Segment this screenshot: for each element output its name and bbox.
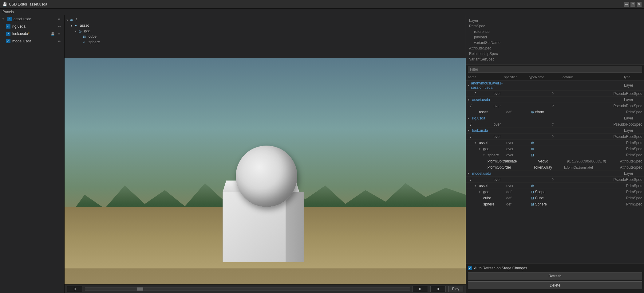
look-asset-type: PrimSpec — [626, 141, 642, 145]
model-slash-type: PseudoRootSpec — [614, 178, 642, 182]
layer-item-rig[interactable]: rig.usda ✏ — [0, 23, 64, 30]
tree-row-cube[interactable]: ⊡ cube — [66, 34, 464, 39]
ls-row-look-geo[interactable]: ▾ geo over ⊕ PrimSpec — [466, 146, 644, 152]
close-button[interactable]: ✕ — [637, 2, 642, 7]
col-header-name: name — [468, 75, 504, 79]
tree-row-root-header[interactable]: ▾ ⊕ / — [66, 17, 464, 23]
rig-slash-type: PseudoRootSpec — [614, 122, 642, 127]
layer-checkbox-rig[interactable] — [6, 24, 10, 29]
save-icon-look[interactable]: 💾 — [50, 31, 55, 36]
minimize-button[interactable]: — — [624, 2, 629, 7]
layer-item-model[interactable]: model.usda ✏ — [0, 37, 64, 45]
ls-row-xform-translate[interactable]: xformOp:translate Vec3d (0, 1.7930030580… — [466, 158, 644, 164]
timeline-bar[interactable] — [85, 287, 410, 291]
xform-translate-typename: Vec3d — [538, 159, 567, 163]
tree-row-geo[interactable]: ▾ ◎ geo — [66, 28, 464, 34]
time-end-input[interactable] — [413, 286, 428, 292]
ls-row-model-header[interactable]: ▾ model.usda Layer — [466, 170, 644, 177]
anon-slash-type: PseudoRootSpec — [614, 92, 642, 96]
look-sphere-spec: over — [506, 153, 531, 157]
auto-refresh-row: Auto Refresh on Stage Changes — [468, 266, 642, 270]
look-slash-spec: over — [494, 135, 518, 139]
anon-layer-link[interactable]: anonymousLayer1-session.usda — [471, 81, 504, 90]
look-slash-label: / — [470, 135, 471, 139]
model-slash-label: / — [470, 178, 471, 182]
rig-slash-label: / — [470, 122, 471, 127]
ls-row-asset-asset[interactable]: asset def ⊕ xform PrimSpec — [466, 109, 644, 115]
look-layer-link[interactable]: look.usda — [472, 128, 488, 133]
look-asset-label: asset — [479, 141, 488, 145]
ls-row-model-slash[interactable]: / over ? PseudoRootSpec — [466, 177, 644, 183]
look-geo-typename: ⊕ — [531, 147, 565, 151]
move-icon-asset: ⊕ — [531, 110, 534, 114]
model-cube-label: cube — [483, 196, 491, 200]
look-asset-typename: ⊕ — [531, 141, 565, 145]
ls-row-look-asset[interactable]: ▾ asset over ⊕ PrimSpec — [466, 140, 644, 146]
asset-header-arrow: ▾ — [468, 98, 471, 101]
tree-row-sphere[interactable]: ○ sphere — [66, 39, 464, 45]
prim-info-label-payload: payload — [469, 35, 512, 39]
layer-name-rig: rig.usda — [12, 24, 55, 29]
xform-order-default: [xformOp:translate] — [564, 166, 620, 169]
ls-row-anon-slash[interactable]: / over ? PseudoRootSpec — [466, 91, 644, 97]
play-button[interactable]: Play — [448, 286, 463, 292]
layer-item-look[interactable]: look.usda* 💾 ✏ — [0, 30, 64, 37]
left-panel: ▾ asset.usda ✏ rig.usda ✏ look.usda* 💾 ✏… — [0, 15, 65, 293]
question-icon-1: ? — [552, 92, 554, 96]
layer-checkbox-model[interactable] — [6, 39, 10, 43]
edit-icon-rig[interactable]: ✏ — [57, 24, 62, 29]
ls-row-rig-header[interactable]: ▾ rig.usda Layer — [466, 115, 644, 121]
anon-slash-label: / — [475, 92, 476, 96]
prim-info-row-reference: reference — [469, 29, 641, 34]
tree-row-asset[interactable]: ▾ ✦ asset — [66, 23, 464, 28]
layer-checkbox-asset[interactable] — [7, 17, 12, 21]
model-geo-label: geo — [483, 190, 489, 194]
ls-row-xform-order[interactable]: xformOpOrder TokenArray [xformOp:transla… — [466, 164, 644, 170]
anon-slash-spec: over — [494, 92, 518, 96]
layer-arrow-asset: ▾ — [2, 18, 6, 21]
model-layer-link[interactable]: model.usda — [472, 171, 491, 176]
ls-row-anon-header[interactable]: ▾ anonymousLayer1-session.usda Layer — [466, 80, 644, 91]
ls-row-model-cube[interactable]: cube def ⊡ Cube PrimSpec — [466, 195, 644, 201]
rig-layer-link[interactable]: rig.usda — [472, 116, 485, 120]
filter-input[interactable] — [468, 66, 642, 73]
asset-asset-typename: ⊕ xform — [531, 110, 565, 114]
timeline-thumb[interactable] — [137, 287, 143, 291]
asset-layer-link[interactable]: asset.usda — [472, 98, 490, 102]
ls-row-asset-header[interactable]: ▾ asset.usda Layer — [466, 97, 644, 103]
ls-row-rig-slash[interactable]: / over ? PseudoRootSpec — [466, 121, 644, 127]
ls-row-model-asset[interactable]: ▾ asset over ⊕ PrimSpec — [466, 183, 644, 189]
maximize-button[interactable]: □ — [630, 2, 635, 7]
ls-row-look-header[interactable]: ▾ look.usda Layer — [466, 127, 644, 134]
time-start-input[interactable] — [67, 286, 82, 292]
look-sphere-typename: ⊡ — [531, 153, 565, 157]
model-asset-label: asset — [479, 184, 488, 188]
ls-row-model-geo[interactable]: ▾ geo def ⊡ Scope PrimSpec — [466, 189, 644, 195]
layer-item-asset[interactable]: ▾ asset.usda ✏ — [0, 15, 64, 23]
delete-button[interactable]: Delete — [468, 281, 642, 289]
ls-row-look-sphere[interactable]: ▾ sphere over ⊡ PrimSpec — [466, 152, 644, 158]
prim-info-row-primspec: PrimSpec — [469, 23, 641, 29]
tree-icon-sphere: ○ — [83, 40, 88, 44]
question-icon-4: ? — [552, 135, 554, 139]
question-icon-2: ? — [552, 104, 554, 108]
asset-slash-default: ? — [552, 104, 614, 108]
ls-row-asset-slash[interactable]: / over ? PseudoRootSpec — [466, 103, 644, 109]
auto-refresh-checkbox[interactable] — [468, 266, 472, 270]
tree-label-asset: asset — [80, 23, 89, 28]
edit-icon-asset[interactable]: ✏ — [57, 17, 62, 21]
tree-icon-geo: ◎ — [79, 29, 84, 33]
refresh-button[interactable]: Refresh — [468, 272, 642, 280]
viewport: Play — [65, 58, 466, 293]
edit-icon-model[interactable]: ✏ — [57, 39, 62, 44]
look-slash-default: ? — [552, 135, 614, 139]
look-geo-spec: over — [506, 147, 531, 151]
tree-label-geo: geo — [84, 29, 90, 33]
ls-row-model-sphere[interactable]: sphere def ⊡ Sphere PrimSpec — [466, 201, 644, 207]
layer-checkbox-look[interactable] — [6, 32, 10, 36]
xform-translate-label: xformOp:translate — [488, 159, 517, 163]
edit-icon-look[interactable]: ✏ — [57, 31, 62, 36]
time-current-input[interactable] — [430, 286, 446, 292]
ls-row-look-slash[interactable]: / over ? PseudoRootSpec — [466, 134, 644, 140]
auto-refresh-label: Auto Refresh on Stage Changes — [474, 266, 527, 270]
